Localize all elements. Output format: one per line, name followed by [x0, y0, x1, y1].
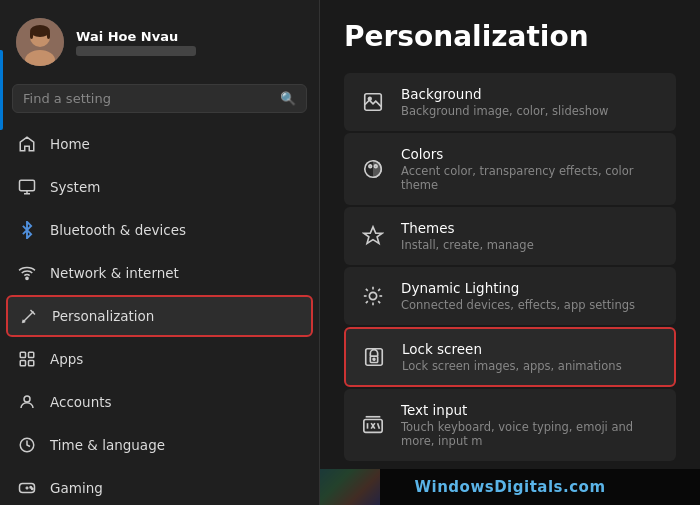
- svg-line-34: [366, 301, 368, 303]
- colors-desc: Accent color, transparency effects, colo…: [401, 164, 661, 192]
- apps-icon: [18, 350, 36, 368]
- svg-point-15: [24, 396, 30, 402]
- bluetooth-icon: [18, 221, 36, 239]
- sidebar-item-gaming-label: Gaming: [50, 480, 103, 496]
- svg-point-9: [26, 277, 28, 279]
- themes-icon: [359, 222, 387, 250]
- svg-rect-5: [47, 31, 50, 39]
- svg-point-27: [369, 292, 376, 299]
- sidebar-item-time[interactable]: Time & language: [6, 424, 313, 466]
- sidebar: Wai Hoe Nvau 🔍 Home: [0, 0, 320, 505]
- sidebar-item-personalization-label: Personalization: [52, 308, 154, 324]
- settings-list: Background Background image, color, slid…: [344, 73, 676, 461]
- sidebar-item-home[interactable]: Home: [6, 123, 313, 165]
- settings-item-background[interactable]: Background Background image, color, slid…: [344, 73, 676, 131]
- text-input-desc: Touch keyboard, voice typing, emoji and …: [401, 420, 661, 448]
- themes-title: Themes: [401, 220, 534, 236]
- svg-point-23: [368, 97, 371, 100]
- page-title: Personalization: [344, 20, 676, 53]
- settings-item-text-input[interactable]: Text input Touch keyboard, voice typing,…: [344, 389, 676, 461]
- personalization-icon: [20, 307, 38, 325]
- sidebar-item-accounts-label: Accounts: [50, 394, 112, 410]
- sidebar-item-apps-label: Apps: [50, 351, 83, 367]
- themes-desc: Install, create, manage: [401, 238, 534, 252]
- search-icon: 🔍: [280, 91, 296, 106]
- sidebar-item-system-label: System: [50, 179, 100, 195]
- watermark-text: WindowsDigitals.com: [414, 478, 605, 496]
- system-icon: [18, 178, 36, 196]
- user-email: [76, 46, 196, 56]
- user-profile[interactable]: Wai Hoe Nvau: [0, 0, 319, 80]
- home-icon: [18, 135, 36, 153]
- background-icon: [359, 88, 387, 116]
- background-text: Background Background image, color, slid…: [401, 86, 609, 118]
- dynamic-lighting-icon: [359, 282, 387, 310]
- accounts-icon: [18, 393, 36, 411]
- lock-screen-title: Lock screen: [402, 341, 622, 357]
- settings-item-themes[interactable]: Themes Install, create, manage: [344, 207, 676, 265]
- search-input[interactable]: [23, 91, 272, 106]
- svg-point-26: [374, 165, 377, 168]
- sidebar-item-personalization[interactable]: Personalization: [6, 295, 313, 337]
- watermark: WindowsDigitals.com: [320, 469, 700, 505]
- sidebar-item-bluetooth[interactable]: Bluetooth & devices: [6, 209, 313, 251]
- sidebar-item-gaming[interactable]: Gaming: [6, 467, 313, 505]
- sidebar-item-time-label: Time & language: [50, 437, 165, 453]
- background-title: Background: [401, 86, 609, 102]
- search-box[interactable]: 🔍: [12, 84, 307, 113]
- dynamic-lighting-desc: Connected devices, effects, app settings: [401, 298, 635, 312]
- user-info: Wai Hoe Nvau: [76, 29, 196, 56]
- svg-rect-6: [20, 180, 35, 191]
- time-icon: [18, 436, 36, 454]
- gaming-icon: [18, 479, 36, 497]
- avatar: [16, 18, 64, 66]
- lock-screen-desc: Lock screen images, apps, animations: [402, 359, 622, 373]
- settings-item-lock-screen[interactable]: Lock screen Lock screen images, apps, an…: [344, 327, 676, 387]
- sidebar-item-system[interactable]: System: [6, 166, 313, 208]
- settings-item-dynamic-lighting[interactable]: Dynamic Lighting Connected devices, effe…: [344, 267, 676, 325]
- text-input-title: Text input: [401, 402, 661, 418]
- svg-point-25: [369, 165, 372, 168]
- svg-rect-13: [20, 361, 25, 366]
- sidebar-item-network-label: Network & internet: [50, 265, 179, 281]
- network-icon: [18, 264, 36, 282]
- svg-rect-11: [20, 352, 25, 357]
- nav-list: Home System Bluetooth & devices: [0, 123, 319, 505]
- dynamic-lighting-title: Dynamic Lighting: [401, 280, 635, 296]
- dynamic-lighting-text: Dynamic Lighting Connected devices, effe…: [401, 280, 635, 312]
- svg-point-38: [373, 358, 375, 360]
- colors-text: Colors Accent color, transparency effect…: [401, 146, 661, 192]
- svg-line-43: [378, 423, 380, 429]
- sidebar-item-network[interactable]: Network & internet: [6, 252, 313, 294]
- svg-line-35: [378, 289, 380, 291]
- colors-icon: [359, 155, 387, 183]
- text-input-icon: [359, 411, 387, 439]
- svg-rect-12: [29, 352, 34, 357]
- lock-screen-icon: [360, 343, 388, 371]
- user-name: Wai Hoe Nvau: [76, 29, 196, 44]
- sidebar-item-home-label: Home: [50, 136, 90, 152]
- sidebar-item-accounts[interactable]: Accounts: [6, 381, 313, 423]
- svg-line-33: [378, 301, 380, 303]
- window-accent: [0, 50, 3, 130]
- themes-text: Themes Install, create, manage: [401, 220, 534, 252]
- sidebar-item-apps[interactable]: Apps: [6, 338, 313, 380]
- svg-point-21: [32, 488, 34, 490]
- main-content: Personalization Background Background im…: [320, 0, 700, 505]
- colors-title: Colors: [401, 146, 661, 162]
- svg-line-32: [366, 289, 368, 291]
- text-input-text: Text input Touch keyboard, voice typing,…: [401, 402, 661, 448]
- settings-item-colors[interactable]: Colors Accent color, transparency effect…: [344, 133, 676, 205]
- svg-rect-14: [29, 361, 34, 366]
- svg-rect-4: [30, 31, 33, 39]
- background-desc: Background image, color, slideshow: [401, 104, 609, 118]
- lock-screen-text: Lock screen Lock screen images, apps, an…: [402, 341, 622, 373]
- svg-line-10: [23, 312, 34, 323]
- sidebar-item-bluetooth-label: Bluetooth & devices: [50, 222, 186, 238]
